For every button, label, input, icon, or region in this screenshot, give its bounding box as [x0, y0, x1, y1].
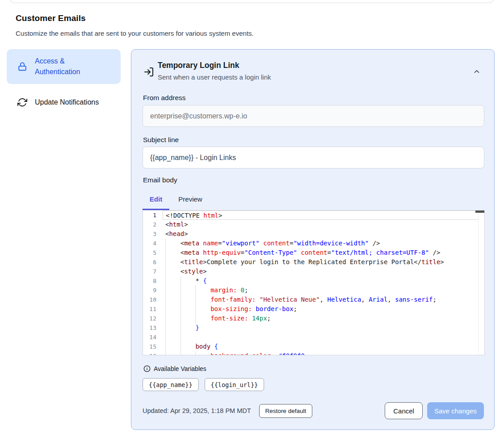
refresh-icon — [17, 97, 28, 108]
line-number: 1 — [143, 211, 163, 220]
indent-guide — [181, 333, 181, 342]
code-line[interactable]: 2<html> — [143, 220, 484, 229]
indent-guide — [165, 257, 166, 267]
indent-guide — [165, 342, 166, 351]
tab-preview[interactable]: Preview — [172, 193, 208, 205]
section-subtitle: Sent when a user requests a login link — [158, 73, 271, 81]
subject-line-input[interactable] — [143, 147, 484, 168]
line-number: 5 — [143, 248, 163, 257]
from-address-label: From address — [143, 94, 186, 102]
line-number: 9 — [143, 286, 163, 295]
sidebar-item-update-notifications[interactable]: Update Notifications — [7, 92, 121, 113]
from-address-input[interactable] — [143, 105, 484, 127]
variable-chip-app-name[interactable]: {{app_name}} — [143, 378, 199, 391]
line-number: 16 — [143, 351, 163, 355]
indent-guide — [165, 295, 166, 304]
line-number: 11 — [143, 304, 163, 314]
code-line[interactable]: 13 } — [143, 323, 484, 333]
code-line[interactable]: 5 <meta http-equiv="Content-Type" conten… — [143, 248, 484, 257]
code-line[interactable]: 4 <meta name="viewport" content="width=d… — [143, 239, 484, 248]
line-number: 7 — [143, 267, 163, 276]
tab-edit[interactable]: Edit — [143, 193, 169, 205]
indent-guide — [195, 295, 196, 304]
code-line[interactable]: 14 — [143, 333, 484, 342]
code-line[interactable]: 8 * { — [143, 276, 484, 286]
chevron-up-icon[interactable] — [473, 67, 481, 76]
indent-guide — [165, 248, 166, 257]
line-number: 10 — [143, 295, 163, 304]
code-line[interactable]: 6 <title>Complete your login to the Repl… — [143, 257, 484, 267]
code-line[interactable]: 12 font-size: 14px; — [143, 314, 484, 323]
line-number: 15 — [143, 342, 163, 351]
indent-guide — [195, 286, 196, 295]
lock-icon — [17, 61, 28, 72]
sidebar-item-label: Access & Authentication — [35, 56, 102, 77]
sidebar-item-access-authentication[interactable]: Access & Authentication — [7, 49, 121, 84]
indent-guide — [165, 239, 166, 248]
indent-guide — [165, 267, 166, 276]
indent-guide — [195, 351, 196, 355]
indent-guide — [165, 351, 166, 355]
indent-guide — [181, 304, 181, 314]
sidebar-item-label: Update Notifications — [35, 97, 99, 108]
indent-guide — [165, 304, 166, 314]
previous-card-bottom-edge — [10, 0, 494, 3]
indent-guide — [195, 314, 196, 323]
indent-guide — [165, 286, 166, 295]
indent-guide — [181, 351, 181, 355]
code-line[interactable]: 1<!DOCTYPE html> — [143, 211, 484, 220]
indent-guide — [181, 323, 181, 333]
code-line[interactable]: 11 box-sizing: border-box; — [143, 304, 484, 314]
email-body-label: Email body — [143, 176, 177, 184]
restore-default-button[interactable]: Restore default — [259, 404, 313, 418]
line-number: 2 — [143, 220, 163, 229]
line-number: 12 — [143, 314, 163, 323]
line-number: 13 — [143, 323, 163, 333]
indent-guide — [165, 323, 166, 333]
editor-cursor-marker — [475, 211, 484, 213]
indent-guide — [165, 314, 166, 323]
available-variables-label: Available Variables — [154, 365, 206, 372]
temporary-login-link-panel: Temporary Login Link Sent when a user re… — [131, 49, 495, 430]
page-description: Customize the emails that are sent to yo… — [16, 29, 254, 37]
line-number: 8 — [143, 276, 163, 286]
line-number: 4 — [143, 239, 163, 248]
indent-guide — [181, 276, 181, 286]
indent-guide — [165, 333, 166, 342]
code-line[interactable]: 9 margin: 0; — [143, 286, 484, 295]
code-line[interactable]: 16 background-color: #f0f0f0; — [143, 351, 484, 355]
cancel-button[interactable]: Cancel — [385, 402, 423, 419]
code-line[interactable]: 15 body { — [143, 342, 484, 351]
indent-guide — [181, 342, 181, 351]
indent-guide — [181, 286, 181, 295]
line-number: 3 — [143, 229, 163, 239]
line-number: 14 — [143, 333, 163, 342]
indent-guide — [195, 304, 196, 314]
subject-line-label: Subject line — [143, 136, 179, 144]
line-number: 6 — [143, 257, 163, 267]
info-icon — [143, 365, 151, 372]
variable-chip-login-url[interactable]: {{login_url}} — [205, 378, 265, 391]
code-line[interactable]: 3<head> — [143, 229, 484, 239]
code-editor-lines: 1<!DOCTYPE html>2<html>3<head>4 <meta na… — [143, 211, 484, 355]
section-title: Temporary Login Link — [158, 61, 239, 70]
editor-overview-ruler[interactable] — [478, 211, 484, 355]
code-line[interactable]: 7 <style> — [143, 267, 484, 276]
updated-timestamp: Updated: Apr 29, 2025, 1:18 PM MDT — [143, 407, 251, 414]
indent-guide — [181, 314, 181, 323]
email-body-code-editor[interactable]: 1<!DOCTYPE html>2<html>3<head>4 <meta na… — [143, 210, 485, 355]
save-changes-button[interactable]: Save changes — [427, 402, 484, 419]
indent-guide — [165, 276, 166, 286]
code-line[interactable]: 10 font-family: "Helvetica Neue", Helvet… — [143, 295, 484, 304]
page-title: Customer Emails — [16, 13, 86, 23]
login-icon — [143, 67, 154, 77]
indent-guide — [181, 295, 181, 304]
